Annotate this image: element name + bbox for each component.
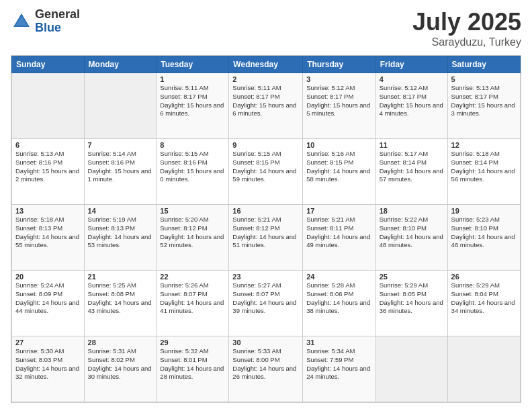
cell-info: Sunrise: 5:14 AMSunset: 8:16 PMDaylight:…	[88, 150, 153, 184]
calendar-cell	[84, 73, 157, 139]
cell-info: Sunrise: 5:27 AMSunset: 8:07 PMDaylight:…	[232, 281, 299, 316]
calendar-cell: 9Sunrise: 5:15 AMSunset: 8:15 PMDaylight…	[229, 139, 303, 205]
cell-info: Sunrise: 5:12 AMSunset: 8:17 PMDaylight:…	[306, 84, 372, 118]
week-row-4: 20Sunrise: 5:24 AMSunset: 8:09 PMDayligh…	[12, 271, 521, 336]
day-number: 3	[306, 75, 372, 83]
calendar-cell: 10Sunrise: 5:16 AMSunset: 8:15 PMDayligh…	[303, 139, 376, 205]
cell-info: Sunrise: 5:32 AMSunset: 8:01 PMDaylight:…	[160, 347, 225, 381]
logo-blue-text: Blue	[35, 21, 80, 35]
day-number: 21	[88, 273, 153, 281]
calendar-cell: 30Sunrise: 5:33 AMSunset: 8:00 PMDayligh…	[229, 336, 303, 402]
cell-info: Sunrise: 5:23 AMSunset: 8:10 PMDaylight:…	[451, 216, 517, 250]
calendar-cell: 6Sunrise: 5:13 AMSunset: 8:16 PMDaylight…	[12, 139, 85, 205]
day-number: 29	[160, 338, 225, 347]
day-number: 12	[451, 141, 517, 149]
cell-info: Sunrise: 5:29 AMSunset: 8:05 PMDaylight:…	[380, 281, 444, 316]
cell-info: Sunrise: 5:18 AMSunset: 8:14 PMDaylight:…	[451, 150, 517, 184]
calendar-cell: 21Sunrise: 5:25 AMSunset: 8:08 PMDayligh…	[84, 271, 157, 336]
day-number: 2	[232, 75, 299, 83]
subtitle: Sarayduzu, Turkey	[412, 36, 521, 48]
cell-info: Sunrise: 5:24 AMSunset: 8:09 PMDaylight:…	[15, 281, 81, 316]
day-header-tuesday: Tuesday	[157, 56, 229, 73]
cell-info: Sunrise: 5:13 AMSunset: 8:16 PMDaylight:…	[15, 150, 81, 184]
calendar: SundayMondayTuesdayWednesdayThursdayFrid…	[11, 55, 521, 403]
day-number: 28	[88, 338, 153, 347]
cell-info: Sunrise: 5:29 AMSunset: 8:04 PMDaylight:…	[451, 281, 517, 316]
cell-info: Sunrise: 5:19 AMSunset: 8:13 PMDaylight:…	[88, 216, 153, 250]
cell-info: Sunrise: 5:18 AMSunset: 8:13 PMDaylight:…	[15, 216, 81, 250]
calendar-cell: 22Sunrise: 5:26 AMSunset: 8:07 PMDayligh…	[157, 271, 229, 336]
cell-info: Sunrise: 5:11 AMSunset: 8:17 PMDaylight:…	[160, 84, 225, 118]
day-number: 17	[306, 207, 372, 215]
cell-info: Sunrise: 5:21 AMSunset: 8:12 PMDaylight:…	[232, 216, 299, 250]
day-number: 9	[232, 141, 299, 149]
header: General Blue July 2025 Sarayduzu, Turkey	[11, 8, 521, 48]
cell-info: Sunrise: 5:15 AMSunset: 8:16 PMDaylight:…	[160, 150, 225, 184]
calendar-cell: 27Sunrise: 5:30 AMSunset: 8:03 PMDayligh…	[12, 336, 85, 402]
cell-info: Sunrise: 5:12 AMSunset: 8:17 PMDaylight:…	[380, 84, 444, 118]
calendar-cell: 15Sunrise: 5:20 AMSunset: 8:12 PMDayligh…	[157, 205, 229, 271]
header-row: SundayMondayTuesdayWednesdayThursdayFrid…	[12, 56, 521, 73]
calendar-header: SundayMondayTuesdayWednesdayThursdayFrid…	[12, 56, 521, 73]
day-number: 7	[88, 141, 153, 149]
calendar-cell: 17Sunrise: 5:21 AMSunset: 8:11 PMDayligh…	[303, 205, 376, 271]
calendar-cell: 28Sunrise: 5:31 AMSunset: 8:02 PMDayligh…	[84, 336, 157, 402]
logo: General Blue	[11, 8, 80, 35]
day-number: 10	[306, 141, 372, 149]
logo-text: General Blue	[35, 8, 80, 35]
day-number: 23	[232, 273, 299, 281]
calendar-cell: 29Sunrise: 5:32 AMSunset: 8:01 PMDayligh…	[157, 336, 229, 402]
day-number: 31	[306, 338, 372, 347]
calendar-cell	[12, 73, 85, 139]
calendar-cell: 23Sunrise: 5:27 AMSunset: 8:07 PMDayligh…	[229, 271, 303, 336]
logo-general-text: General	[35, 8, 80, 21]
calendar-cell: 26Sunrise: 5:29 AMSunset: 8:04 PMDayligh…	[447, 271, 520, 336]
cell-info: Sunrise: 5:33 AMSunset: 8:00 PMDaylight:…	[232, 347, 299, 381]
page: General Blue July 2025 Sarayduzu, Turkey…	[0, 0, 532, 411]
day-header-thursday: Thursday	[303, 56, 376, 73]
main-title: July 2025	[412, 8, 521, 36]
day-number: 24	[306, 273, 372, 281]
day-number: 1	[160, 75, 225, 83]
day-number: 14	[88, 207, 153, 215]
calendar-cell: 7Sunrise: 5:14 AMSunset: 8:16 PMDaylight…	[84, 139, 157, 205]
calendar-cell: 14Sunrise: 5:19 AMSunset: 8:13 PMDayligh…	[84, 205, 157, 271]
day-number: 20	[15, 273, 81, 281]
title-block: July 2025 Sarayduzu, Turkey	[412, 8, 521, 48]
calendar-cell: 12Sunrise: 5:18 AMSunset: 8:14 PMDayligh…	[447, 139, 520, 205]
day-number: 8	[160, 141, 225, 149]
day-number: 27	[15, 338, 81, 347]
cell-info: Sunrise: 5:13 AMSunset: 8:17 PMDaylight:…	[451, 84, 517, 118]
calendar-cell: 24Sunrise: 5:28 AMSunset: 8:06 PMDayligh…	[303, 271, 376, 336]
day-number: 30	[232, 338, 299, 347]
day-number: 15	[160, 207, 225, 215]
cell-info: Sunrise: 5:34 AMSunset: 7:59 PMDaylight:…	[306, 347, 372, 381]
calendar-cell: 13Sunrise: 5:18 AMSunset: 8:13 PMDayligh…	[12, 205, 85, 271]
calendar-cell: 11Sunrise: 5:17 AMSunset: 8:14 PMDayligh…	[375, 139, 447, 205]
cell-info: Sunrise: 5:17 AMSunset: 8:14 PMDaylight:…	[380, 150, 444, 184]
calendar-cell: 3Sunrise: 5:12 AMSunset: 8:17 PMDaylight…	[303, 73, 376, 139]
week-row-5: 27Sunrise: 5:30 AMSunset: 8:03 PMDayligh…	[12, 336, 521, 402]
cell-info: Sunrise: 5:30 AMSunset: 8:03 PMDaylight:…	[15, 347, 81, 381]
day-number: 19	[451, 207, 517, 215]
cell-info: Sunrise: 5:31 AMSunset: 8:02 PMDaylight:…	[88, 347, 153, 381]
day-number: 6	[15, 141, 81, 149]
cell-info: Sunrise: 5:25 AMSunset: 8:08 PMDaylight:…	[88, 281, 153, 316]
calendar-cell: 5Sunrise: 5:13 AMSunset: 8:17 PMDaylight…	[447, 73, 520, 139]
calendar-cell: 19Sunrise: 5:23 AMSunset: 8:10 PMDayligh…	[447, 205, 520, 271]
day-number: 26	[451, 273, 517, 281]
calendar-cell: 1Sunrise: 5:11 AMSunset: 8:17 PMDaylight…	[157, 73, 229, 139]
day-number: 25	[380, 273, 444, 281]
day-number: 16	[232, 207, 299, 215]
day-number: 4	[380, 75, 444, 83]
calendar-cell: 18Sunrise: 5:22 AMSunset: 8:10 PMDayligh…	[375, 205, 447, 271]
day-number: 13	[15, 207, 81, 215]
calendar-cell	[447, 336, 520, 402]
day-number: 5	[451, 75, 517, 83]
calendar-table: SundayMondayTuesdayWednesdayThursdayFrid…	[11, 56, 521, 402]
day-number: 11	[380, 141, 444, 149]
calendar-cell: 4Sunrise: 5:12 AMSunset: 8:17 PMDaylight…	[375, 73, 447, 139]
calendar-cell: 20Sunrise: 5:24 AMSunset: 8:09 PMDayligh…	[12, 271, 85, 336]
calendar-cell: 8Sunrise: 5:15 AMSunset: 8:16 PMDaylight…	[157, 139, 229, 205]
cell-info: Sunrise: 5:16 AMSunset: 8:15 PMDaylight:…	[306, 150, 372, 184]
